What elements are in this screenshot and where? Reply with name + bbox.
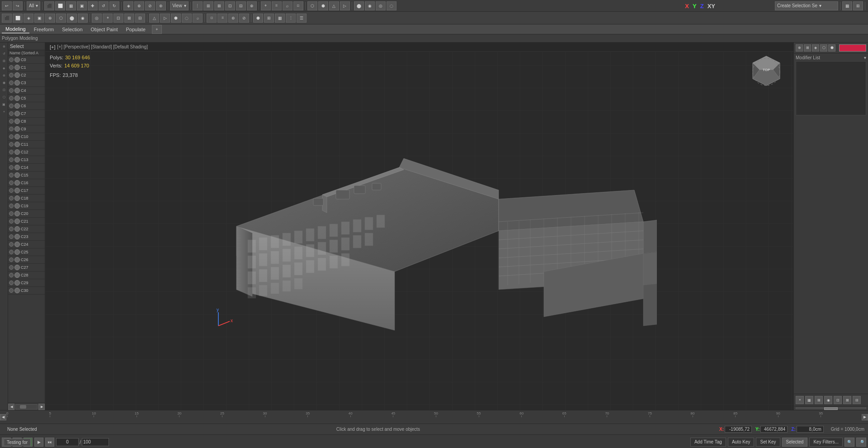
tb2-btn-12[interactable]: ⊠ <box>124 14 134 23</box>
tb2-btn-15[interactable]: ▷ <box>160 14 170 23</box>
tb2-btn-13[interactable]: ⊟ <box>135 14 145 23</box>
menu-freeform[interactable]: Freeform <box>30 26 58 33</box>
left-icon-select[interactable]: ◈ <box>1 65 7 71</box>
scene-list-item[interactable]: C15 <box>8 172 45 179</box>
rp-btn-4[interactable]: ⬡ <box>820 44 827 52</box>
tb2-btn-22[interactable]: ⊘ <box>239 14 249 23</box>
visibility-icon[interactable] <box>9 111 14 116</box>
redo-button[interactable]: ↪ <box>13 1 23 10</box>
visibility-icon[interactable] <box>9 57 14 62</box>
mini-scrollbar[interactable] <box>15 404 38 410</box>
left-icon-link[interactable]: ⊛ <box>1 72 7 79</box>
tb2-btn-17[interactable]: ◌ <box>182 14 192 23</box>
toolbar-btn-27[interactable]: ◉ <box>365 1 375 10</box>
left-icon-spacing[interactable]: ⌖ <box>1 109 7 115</box>
undo-button[interactable]: ↩ <box>2 1 12 10</box>
visibility-icon[interactable] <box>9 81 14 85</box>
scroll-right-btn[interactable]: ▶ <box>38 404 45 410</box>
visibility-icon[interactable] <box>9 127 14 131</box>
toolbar-btn-26[interactable]: ⬤ <box>354 1 364 10</box>
toolbar-btn-21[interactable]: ⌑ <box>293 1 303 10</box>
tb2-btn-7[interactable]: ⬤ <box>67 14 77 23</box>
rp-icon-1[interactable]: ⌖ <box>796 396 804 404</box>
tb2-btn-4[interactable]: ▣ <box>34 14 44 23</box>
scene-list-item[interactable]: C30 <box>8 287 45 295</box>
visibility-icon[interactable] <box>9 219 14 224</box>
go-to-end-btn[interactable]: ⏭ <box>45 438 54 447</box>
rp-btn-5[interactable]: ⬢ <box>828 44 835 52</box>
nav-cube[interactable]: TOP <box>748 54 784 90</box>
viewport-perspective-btn[interactable]: [+] [Perspective] [Standard] [Default Sh… <box>57 44 149 49</box>
scene-list-item[interactable]: C7 <box>8 110 45 118</box>
visibility-icon[interactable] <box>9 142 14 147</box>
left-icon-align[interactable]: ⊡ <box>1 87 7 93</box>
toolbar-btn-22[interactable]: ⬡ <box>307 1 317 10</box>
add-time-tag-btn[interactable]: Add Time Tag <box>690 438 726 447</box>
scene-list-scroll[interactable]: C0 C1 C2 C3 C4 C5 C6 C7 <box>8 56 45 403</box>
toolbar-btn-23[interactable]: ⬢ <box>318 1 328 10</box>
zoom-out-btn[interactable]: 🔍 <box>844 438 854 447</box>
rp-icon-4[interactable]: ◉ <box>824 396 832 404</box>
toolbar-btn-7[interactable]: ↻ <box>109 1 119 10</box>
rp-icon-7[interactable]: ⊟ <box>853 396 861 404</box>
toolbar-btn-10[interactable]: ⊘ <box>145 1 155 10</box>
visibility-icon[interactable] <box>9 242 14 247</box>
visibility-icon[interactable] <box>9 65 14 70</box>
tb2-btn-2[interactable]: ⬜ <box>13 14 23 23</box>
visibility-icon[interactable] <box>9 88 14 93</box>
toolbar-btn-1[interactable]: ⬛ <box>44 1 54 10</box>
visibility-icon[interactable] <box>9 150 14 154</box>
left-icon-array[interactable]: ▣ <box>1 101 7 108</box>
auto-key-btn[interactable]: Auto Key <box>728 438 755 447</box>
rp-btn-1[interactable]: ⊕ <box>796 44 803 52</box>
tb2-btn-26[interactable]: ⋮ <box>286 14 296 23</box>
material-color-swatch[interactable] <box>839 44 866 52</box>
tb2-btn-5[interactable]: ⊕ <box>45 14 55 23</box>
tb2-btn-21[interactable]: ⊛ <box>228 14 238 23</box>
scene-list-item[interactable]: C3 <box>8 79 45 87</box>
scene-list-item[interactable]: C27 <box>8 264 45 272</box>
modifier-list-area[interactable] <box>796 61 866 115</box>
selected-btn[interactable]: Selected <box>782 438 808 447</box>
toolbar-btn-18[interactable]: ⌖ <box>261 1 271 10</box>
scene-list-item[interactable]: C21 <box>8 218 45 225</box>
visibility-icon[interactable] <box>9 288 14 293</box>
rp-icon-6[interactable]: ⊠ <box>843 396 851 404</box>
visibility-icon[interactable] <box>9 188 14 193</box>
left-icon-scale[interactable]: ⊞ <box>1 58 7 64</box>
visibility-icon[interactable] <box>9 273 14 277</box>
visibility-icon[interactable] <box>9 211 14 216</box>
left-icon-move[interactable]: ⊕ <box>1 43 7 50</box>
x-coord-value[interactable]: -19085,72 <box>725 426 752 433</box>
toolbar-btn-r1[interactable]: ▦ <box>842 1 852 10</box>
scene-list-item[interactable]: C20 <box>8 210 45 218</box>
visibility-icon[interactable] <box>9 104 14 108</box>
main-viewport[interactable]: [+] [+] [Perspective] [Standard] [Defaul… <box>45 43 793 410</box>
timeline-prev-btn[interactable]: ◀ <box>0 414 6 420</box>
toolbar-btn-17[interactable]: ⊕ <box>247 1 257 10</box>
tb2-btn-20[interactable]: ⌗ <box>217 14 227 23</box>
scene-list-item[interactable]: C26 <box>8 256 45 264</box>
tb2-btn-8[interactable]: ◉ <box>78 14 88 23</box>
visibility-icon[interactable] <box>9 173 14 177</box>
tb2-btn-1[interactable]: ⬛ <box>2 14 12 23</box>
tb2-btn-25[interactable]: ▦ <box>275 14 285 23</box>
tb2-btn-18[interactable]: ⌕ <box>193 14 203 23</box>
tb2-btn-6[interactable]: ⬡ <box>56 14 66 23</box>
toolbar-btn-16[interactable]: ⊟ <box>236 1 246 10</box>
view-dropdown[interactable]: View ▾ <box>170 1 189 10</box>
all-dropdown[interactable]: All ▾ <box>27 1 40 10</box>
visibility-icon[interactable] <box>9 119 14 124</box>
rp-icon-5[interactable]: ⊡ <box>834 396 842 404</box>
timeline-numbers[interactable]: 0510152025303540455055606570758085909510… <box>6 410 862 424</box>
tb2-btn-16[interactable]: ⬢ <box>171 14 181 23</box>
toolbar-btn-28[interactable]: ◎ <box>376 1 386 10</box>
toolbar-btn-15[interactable]: ⊡ <box>225 1 235 10</box>
scene-list-item[interactable]: C13 <box>8 156 45 164</box>
scene-list-item[interactable]: C14 <box>8 164 45 172</box>
menu-selection[interactable]: Selection <box>58 26 86 33</box>
toolbar-btn-3[interactable]: ▦ <box>66 1 76 10</box>
rp-btn-2[interactable]: ⊞ <box>804 44 811 52</box>
visibility-icon[interactable] <box>9 73 14 77</box>
next-frame-btn[interactable]: ▶ <box>34 438 43 447</box>
